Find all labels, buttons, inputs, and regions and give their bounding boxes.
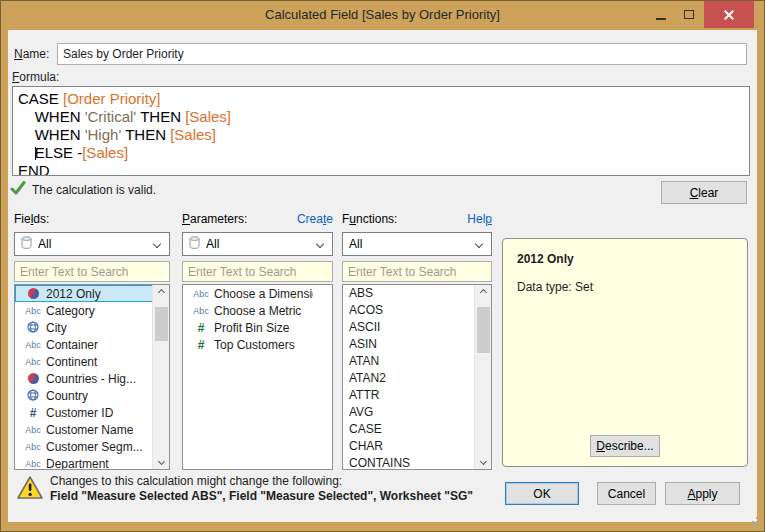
parameters-filter-dropdown[interactable]: All (182, 232, 333, 256)
calculated-field-dialog: Calculated Field [Sales by Order Priorit… (0, 0, 765, 532)
formula-editor[interactable]: CASE [Order Priority] WHEN 'Critical' TH… (12, 86, 750, 176)
maximize-button[interactable] (676, 1, 702, 28)
describe-button[interactable]: Describe... (590, 435, 660, 457)
resize-grip[interactable] (748, 517, 758, 527)
item-label: Country (46, 389, 88, 403)
parameters-list: AbcChoose a DimensionAbcChoose a Metric#… (182, 284, 333, 470)
minimize-button[interactable] (648, 1, 674, 28)
function-list-item[interactable]: ASIN (343, 336, 491, 353)
warning-affected-items: Field "Measure Selected ABS", Field "Mea… (50, 489, 473, 503)
abc-icon: Abc (25, 340, 41, 350)
functions-search-input[interactable] (342, 261, 492, 282)
abc-icon: Abc (25, 459, 41, 469)
title-bar[interactable]: Calculated Field [Sales by Order Priorit… (0, 0, 765, 30)
number-icon: # (30, 406, 37, 420)
database-icon (21, 236, 32, 252)
formula-label: Formula: (12, 70, 59, 84)
function-list-item[interactable]: CASE (343, 421, 491, 438)
globe-icon (27, 387, 39, 405)
scroll-up-button[interactable] (153, 285, 170, 300)
scroll-down-button[interactable] (153, 454, 170, 469)
item-label: Customer Name (46, 423, 133, 437)
fields-filter-dropdown[interactable]: All (14, 232, 170, 256)
clear-button[interactable]: Clear (661, 181, 747, 204)
function-list-item[interactable]: ATAN2 (343, 370, 491, 387)
item-label: Customer Segm... (46, 440, 143, 454)
name-input[interactable] (57, 43, 747, 65)
valid-check-icon (10, 181, 26, 199)
fields-filter-value: All (38, 237, 51, 251)
chevron-down-icon (475, 240, 483, 248)
abc-icon: Abc (193, 289, 209, 299)
chevron-down-icon (153, 240, 161, 248)
field-list-item[interactable]: AbcCategory (15, 302, 169, 319)
field-list-item[interactable]: 2012 Only (15, 285, 169, 302)
validation-status: The calculation is valid. (10, 181, 156, 199)
set-icon (28, 288, 39, 299)
field-list-item[interactable]: AbcCustomer Segm... (15, 438, 169, 455)
close-icon (723, 9, 735, 21)
function-list-item[interactable]: CONTAINS (343, 455, 491, 470)
warning-message: Changes to this calculation might change… (50, 474, 342, 488)
close-button[interactable] (704, 1, 754, 28)
function-list-item[interactable]: ATAN (343, 353, 491, 370)
item-label: Continent (46, 355, 97, 369)
parameter-list-item[interactable]: #Top Customers (183, 336, 332, 353)
parameter-list-item[interactable]: AbcChoose a Dimension (183, 285, 332, 302)
scrollbar-thumb[interactable] (155, 307, 168, 341)
info-panel-datatype: Data type: Set (503, 266, 747, 294)
field-list-item[interactable]: AbcDepartment (15, 455, 169, 470)
scroll-down-button[interactable] (475, 454, 492, 469)
scroll-up-button[interactable] (475, 285, 492, 300)
chevron-down-icon (316, 240, 324, 248)
number-icon: # (198, 321, 205, 335)
function-list-item[interactable]: ACOS (343, 302, 491, 319)
parameter-list-item[interactable]: #Profit Bin Size (183, 319, 332, 336)
field-list-item[interactable]: Country (15, 387, 169, 404)
field-list-item[interactable]: #Customer ID (15, 404, 169, 421)
function-list-item[interactable]: AVG (343, 404, 491, 421)
field-list-item[interactable]: City (15, 319, 169, 336)
abc-icon: Abc (25, 425, 41, 435)
help-link[interactable]: Help (467, 212, 492, 226)
abc-icon: Abc (25, 357, 41, 367)
create-parameter-link[interactable]: Create (297, 212, 333, 226)
validation-message: The calculation is valid. (32, 183, 156, 197)
item-label: Department (46, 457, 109, 471)
info-panel-title: 2012 Only (503, 239, 747, 266)
item-label: Customer ID (46, 406, 113, 420)
functions-filter-dropdown[interactable]: All (342, 232, 492, 256)
database-icon (189, 236, 200, 252)
parameters-filter-value: All (206, 237, 219, 251)
field-list-item[interactable]: AbcContainer (15, 336, 169, 353)
functions-scrollbar[interactable] (474, 285, 491, 469)
parameter-list-item[interactable]: AbcChoose a Metric (183, 302, 332, 319)
warning-icon (16, 475, 44, 505)
name-label: Name: (14, 47, 49, 61)
function-list-item[interactable]: ASCII (343, 319, 491, 336)
ok-button[interactable]: OK (505, 482, 579, 505)
item-label: Container (46, 338, 98, 352)
item-label: Category (46, 304, 95, 318)
item-label: Choose a Dimension (214, 287, 313, 301)
item-label: Choose a Metric (214, 304, 301, 318)
cancel-button[interactable]: Cancel (597, 482, 656, 505)
abc-icon: Abc (193, 306, 209, 316)
item-label: Countries - Hig... (46, 372, 136, 386)
selection-info-panel: 2012 Only Data type: Set Describe... (502, 238, 748, 467)
function-list-item[interactable]: CHAR (343, 438, 491, 455)
minimize-icon (656, 18, 666, 20)
field-list-item[interactable]: AbcCustomer Name (15, 421, 169, 438)
field-list-item[interactable]: AbcContinent (15, 353, 169, 370)
fields-search-input[interactable] (14, 261, 170, 282)
function-list-item[interactable]: ABS (343, 285, 491, 302)
parameters-search-input[interactable] (182, 261, 333, 282)
parameters-label: Parameters: (182, 212, 247, 226)
item-label: Profit Bin Size (214, 321, 289, 335)
function-list-item[interactable]: ATTR (343, 387, 491, 404)
item-label: City (46, 321, 67, 335)
field-list-item[interactable]: Countries - Hig... (15, 370, 169, 387)
scrollbar-thumb[interactable] (477, 307, 490, 353)
fields-scrollbar[interactable] (152, 285, 169, 469)
apply-button[interactable]: Apply (665, 482, 740, 505)
